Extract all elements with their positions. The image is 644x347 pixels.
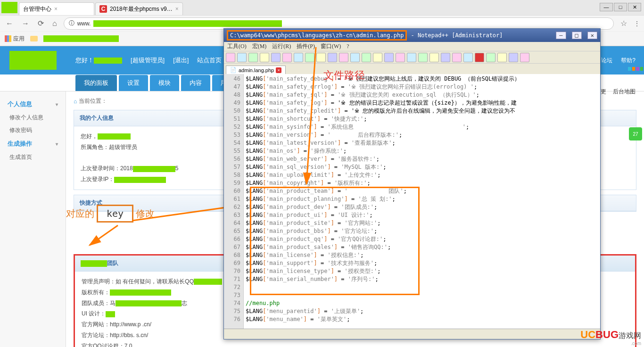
- team-row: 官方QQ讨论群：7 0: [82, 341, 628, 347]
- toolbar-button[interactable]: [441, 53, 450, 62]
- tab-panel[interactable]: 我的面板: [75, 75, 117, 91]
- sidebar-item-edit-profile[interactable]: 修改个人信息: [0, 111, 66, 124]
- browser-tab-1[interactable]: 台管理中心 ×: [19, 2, 94, 15]
- toolbar-button[interactable]: [384, 53, 394, 62]
- tab-label: admin.lang.php: [239, 67, 274, 73]
- toolbar-button[interactable]: [305, 53, 314, 62]
- menu-item[interactable]: 运行(R): [271, 42, 292, 50]
- apps-label: 应用: [13, 35, 25, 43]
- editor-tabbar: 📄 admin.lang.php ×: [224, 64, 600, 74]
- toolbar-button[interactable]: [418, 53, 428, 62]
- floating-badge[interactable]: 27: [629, 127, 642, 140]
- toolbar-button[interactable]: [237, 53, 247, 62]
- role-label: [超级管理员]: [131, 56, 165, 65]
- apps-icon: [5, 35, 11, 42]
- url-redacted: [93, 20, 282, 27]
- greeting: 您好！: [75, 56, 122, 65]
- info-icon: ⓘ: [69, 19, 74, 27]
- notepad-window: C:\wamp64\www\phpcms\languages\zh-cn\adm…: [223, 28, 601, 339]
- window-controls: — □ ✕: [556, 32, 597, 39]
- home-button[interactable]: ⌂: [50, 18, 59, 29]
- header-links: 您好！ [超级管理员] [退出] 站点首页 会: [75, 56, 236, 65]
- menu-item[interactable]: 宏(M): [251, 42, 268, 50]
- last-login-ip: 上次登录IP：: [81, 176, 114, 182]
- code-area[interactable]: $LANG['main_safety_debug'] = '※ 强烈建议您网站上…: [244, 74, 600, 329]
- titlebar[interactable]: C:\wamp64\www\phpcms\languages\zh-cn\adm…: [224, 29, 600, 42]
- toolbar-button[interactable]: [248, 53, 258, 62]
- toolbar-button[interactable]: [226, 53, 235, 62]
- close-icon[interactable]: ×: [175, 6, 179, 12]
- toolbar-button[interactable]: [429, 53, 439, 62]
- site-home-link[interactable]: 站点首页: [197, 56, 222, 65]
- toolbar-button[interactable]: [497, 53, 507, 62]
- menu-item[interactable]: 插件(P): [295, 42, 316, 50]
- url-input[interactable]: ⓘ www.: [64, 17, 614, 30]
- tab-module[interactable]: 模块: [150, 75, 179, 91]
- toolbar-button[interactable]: [350, 53, 360, 62]
- record-button[interactable]: [475, 53, 484, 62]
- sidebar-item-generate-home[interactable]: 生成首页: [0, 151, 66, 164]
- breadcrumb-label: 当前位置：: [79, 97, 107, 105]
- forum-link[interactable]: 论坛: [601, 57, 612, 65]
- sidebar-section-personal[interactable]: 个人信息▾: [0, 97, 66, 111]
- toolbar-button[interactable]: [328, 53, 337, 62]
- toolbar-button[interactable]: [396, 53, 405, 62]
- minimize-button[interactable]: —: [556, 32, 566, 39]
- logo: [9, 51, 57, 70]
- toolbar-button[interactable]: [339, 53, 348, 62]
- url-prefix: www.: [77, 20, 91, 27]
- toolbar-button[interactable]: [509, 53, 518, 62]
- tab-content[interactable]: 内容: [181, 75, 210, 91]
- sidebar-section-generate[interactable]: 生成操作▾: [0, 137, 66, 151]
- toolbar-button[interactable]: [520, 53, 529, 62]
- toolbar-button[interactable]: [316, 53, 326, 62]
- title-path: C:\wamp64\www\phpcms\languages\zh-cn\adm…: [227, 30, 407, 41]
- chevron-down-icon: ▾: [56, 141, 58, 147]
- menu-item[interactable]: ?: [345, 43, 350, 50]
- toolbar-button[interactable]: [463, 53, 473, 62]
- toolbar-button[interactable]: [452, 53, 462, 62]
- star-icon[interactable]: ☆: [619, 18, 629, 29]
- forward-button[interactable]: →: [20, 18, 31, 29]
- help-link[interactable]: 帮助?: [621, 57, 636, 65]
- toolbar-button[interactable]: [362, 53, 371, 62]
- file-icon: 📄: [230, 67, 237, 73]
- toolbar-button[interactable]: [294, 53, 303, 62]
- menu-icon[interactable]: ⋮: [634, 20, 640, 27]
- line-gutter: 4647484950515253545556575859606162636465…: [224, 74, 244, 329]
- sidebar-item-edit-password[interactable]: 修改密码: [0, 124, 66, 137]
- tab-settings[interactable]: 设置: [119, 75, 148, 91]
- toolbar-button[interactable]: [373, 53, 382, 62]
- editor-tab[interactable]: 📄 admin.lang.php ×: [226, 66, 286, 74]
- watermark: UCBUG游戏网 .com: [580, 329, 641, 346]
- folder-icon[interactable]: [30, 36, 38, 41]
- back-button[interactable]: ←: [4, 18, 15, 29]
- editor[interactable]: 4647484950515253545556575859606162636465…: [224, 74, 600, 329]
- maximize-button[interactable]: □: [572, 32, 582, 39]
- header-right: 论坛 帮助?: [601, 57, 636, 65]
- menu-item[interactable]: 窗口(W): [319, 42, 342, 50]
- toolbar-button[interactable]: [271, 53, 281, 62]
- sidebar: 个人信息▾ 修改个人信息 修改密码 生成操作▾ 生成首页: [0, 91, 66, 347]
- toolbar-button[interactable]: [260, 53, 269, 62]
- home-icon: ⌂: [74, 98, 77, 105]
- tab-title: 台管理中心: [23, 5, 51, 13]
- menubar: 工具(O) 宏(M) 运行(R) 插件(P) 窗口(W) ?: [224, 42, 600, 51]
- close-icon[interactable]: ×: [276, 67, 281, 73]
- toolbar-button[interactable]: [407, 53, 416, 62]
- redacted: [81, 260, 107, 267]
- close-icon[interactable]: ×: [54, 6, 58, 12]
- toolbar: [224, 51, 600, 64]
- apps-button[interactable]: 应用: [5, 35, 25, 43]
- bookmark-redacted: [43, 35, 119, 42]
- toolbar-button[interactable]: [282, 53, 292, 62]
- close-button[interactable]: ✕: [587, 32, 597, 39]
- menu-item[interactable]: 工具(O): [226, 42, 248, 50]
- title-app: - Notepad++ [Administrator]: [411, 32, 503, 39]
- logout-link[interactable]: [退出]: [173, 56, 189, 65]
- toolbar-button[interactable]: [486, 53, 495, 62]
- tab-title: 2018年最全phpcms v9…: [110, 5, 173, 13]
- reload-button[interactable]: ⟳: [36, 18, 46, 29]
- browser-tab-2[interactable]: C 2018年最全phpcms v9… ×: [95, 2, 183, 15]
- favicon-icon: C: [99, 5, 107, 13]
